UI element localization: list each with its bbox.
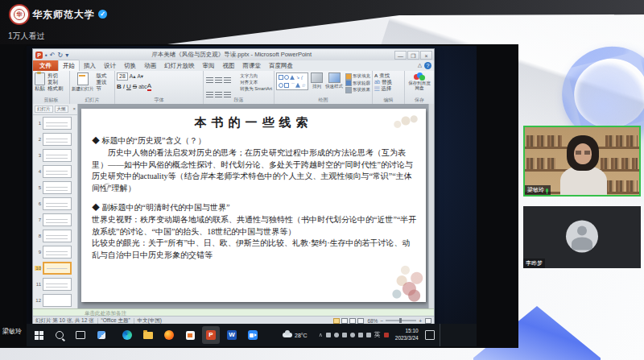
quick-styles-button[interactable]: 快速样式 [325, 72, 343, 89]
start-button[interactable] [30, 326, 47, 344]
panel-tab-outline[interactable]: 大纲 [55, 106, 68, 113]
bullets-icon[interactable] [206, 77, 213, 84]
word-taskbar-icon[interactable]: W [223, 326, 241, 344]
shared-screen-video[interactable]: P ▪ ↶ ↻ ▾ 岸本美绪《风俗与历史观》导读.pptx - Microsof… [0, 44, 518, 348]
tab-view[interactable]: 视图 [219, 60, 239, 71]
slide-thumbnail[interactable]: 8 [33, 228, 77, 244]
edge-icon[interactable] [118, 326, 136, 344]
close-button[interactable]: × [420, 51, 432, 60]
tab-slideshow[interactable]: 幻灯片放映 [160, 60, 199, 71]
app-store-icon[interactable] [181, 326, 199, 344]
tab-insert[interactable]: 插入 [80, 60, 100, 71]
shape-fill-button[interactable]: 形状填充 [345, 72, 370, 80]
tab-design[interactable]: 设计 [100, 60, 120, 71]
section-button[interactable]: 节 [97, 85, 107, 92]
minimize-button[interactable]: — [394, 51, 407, 60]
weather-widget[interactable]: 28°C [283, 333, 308, 338]
smartart-button[interactable]: 转换为 SmartArt [240, 85, 272, 92]
taskbar-clock[interactable]: 15:10 2023/3/24 [395, 328, 419, 342]
grow-font-icon[interactable]: A▴ [130, 73, 136, 80]
slide-thumbnail[interactable]: 6 [33, 196, 77, 212]
fit-to-window-icon[interactable] [425, 318, 431, 324]
file-explorer-icon[interactable] [139, 326, 157, 344]
select-button[interactable]: ▤ 选择 [374, 85, 402, 92]
shrink-font-icon[interactable]: A▾ [137, 73, 143, 80]
arrange-button[interactable]: 排列 [311, 72, 323, 89]
panel-tab-slides[interactable]: 幻灯片 [35, 106, 53, 113]
slide-thumbnail[interactable]: 7 [33, 212, 77, 228]
bold-button[interactable]: B [117, 83, 122, 90]
strikethrough-button[interactable]: S [133, 83, 137, 90]
paste-button[interactable]: 粘贴 [35, 72, 45, 92]
tab-file[interactable]: 文件 [33, 60, 58, 71]
slide-thumbnail-active[interactable]: 10 [33, 260, 77, 276]
tray-speaker-icon[interactable] [334, 333, 339, 337]
copy-button[interactable]: 复制 [47, 79, 64, 85]
notes-area[interactable]: 单击此处添加备注 [33, 308, 434, 316]
indent-icon[interactable] [224, 77, 231, 84]
ime-indicator[interactable]: 英 [374, 332, 381, 338]
tab-rain-classroom[interactable]: 雨课堂 [239, 60, 266, 71]
current-slide[interactable]: 本书的一些线索 ◆ 标题中的“历史观”含义（？） 历史中人物的看法启发对历史的思… [81, 109, 426, 302]
task-view-icon[interactable] [72, 326, 89, 344]
search-icon[interactable] [51, 326, 68, 344]
tencent-meeting-icon[interactable] [244, 326, 262, 344]
restore-button[interactable]: ❐ [407, 51, 419, 60]
slide-sorter-icon[interactable] [341, 318, 348, 324]
save-icon[interactable]: ▪ [45, 52, 47, 59]
participant-video-speaking[interactable]: 梁敏玲 [523, 126, 641, 197]
help-icon[interactable]: ? [424, 62, 431, 69]
channel-name[interactable]: 华东师范大学 [32, 8, 95, 22]
shape-effects-button[interactable]: 形状效果 [345, 86, 370, 93]
clear-formatting-button[interactable]: abc [138, 84, 147, 90]
zoom-in-icon[interactable]: + [419, 318, 422, 324]
collapse-ribbon-icon[interactable]: △ [418, 62, 422, 69]
canvas-scrollbar[interactable] [428, 104, 434, 308]
widgets-icon[interactable] [93, 326, 110, 344]
tab-transitions[interactable]: 切换 [120, 60, 140, 71]
italic-button[interactable]: I [123, 83, 125, 90]
slide-thumbnail[interactable]: 3 [33, 147, 77, 163]
tab-home[interactable]: 开始 [58, 60, 80, 71]
redo-icon[interactable]: ↻ [58, 52, 64, 59]
slide-thumbnail[interactable]: 1 [33, 115, 77, 131]
tray-mic-icon[interactable] [326, 333, 331, 337]
format-painter-button[interactable]: 格式刷 [47, 85, 64, 92]
cut-button[interactable]: 剪切 [47, 72, 64, 79]
tab-animations[interactable]: 动画 [140, 60, 160, 71]
text-direction-button[interactable]: 文字方向 [240, 72, 272, 79]
layout-button[interactable]: 版式 [97, 72, 107, 79]
tray-keyboard-icon[interactable] [366, 333, 371, 337]
undo-icon[interactable]: ↶ [50, 52, 56, 59]
slide-thumbnail[interactable]: 5 [33, 180, 77, 196]
tab-baidu-netdisk[interactable]: 百度网盘 [265, 60, 297, 71]
slide-thumbnail[interactable]: 9 [33, 244, 77, 260]
panel-close-icon[interactable]: × [72, 106, 76, 112]
tray-security-icon[interactable] [384, 333, 389, 337]
slideshow-icon[interactable] [357, 318, 364, 324]
shape-outline-button[interactable]: 形状轮廓 [345, 80, 370, 87]
reset-button[interactable]: 重设 [97, 79, 107, 85]
numbering-icon[interactable] [215, 77, 222, 84]
tray-chevron-up-icon[interactable]: ∧ [319, 333, 323, 337]
powerpoint-taskbar-icon[interactable]: P [202, 326, 220, 344]
save-to-netdisk-button[interactable]: 保存到百度网盘 [407, 72, 432, 90]
slide-thumbnail[interactable]: 12 [33, 292, 77, 308]
tab-review[interactable]: 审阅 [199, 60, 219, 71]
slide-thumbnail[interactable]: 4 [33, 163, 77, 180]
slide-thumbnail[interactable]: 2 [33, 131, 77, 147]
slide-thumbnail[interactable]: 11 [33, 276, 77, 292]
align-text-button[interactable]: 对齐文本 [240, 79, 272, 85]
font-color-button[interactable]: A [147, 82, 151, 91]
find-button[interactable]: A 查找 [374, 72, 402, 79]
underline-button[interactable]: U [126, 83, 131, 90]
university-logo-icon[interactable]: 华 [9, 4, 30, 25]
firefox-icon[interactable] [160, 326, 178, 344]
tray-network-icon[interactable] [342, 333, 347, 337]
tray-pen-icon[interactable] [358, 333, 363, 337]
new-slide-button[interactable]: 新建幻灯片 [72, 72, 94, 92]
font-size-box[interactable]: 28 [117, 72, 128, 81]
show-desktop-button[interactable] [440, 324, 443, 346]
zoom-out-icon[interactable]: − [380, 318, 383, 324]
reading-view-icon[interactable] [349, 318, 356, 324]
